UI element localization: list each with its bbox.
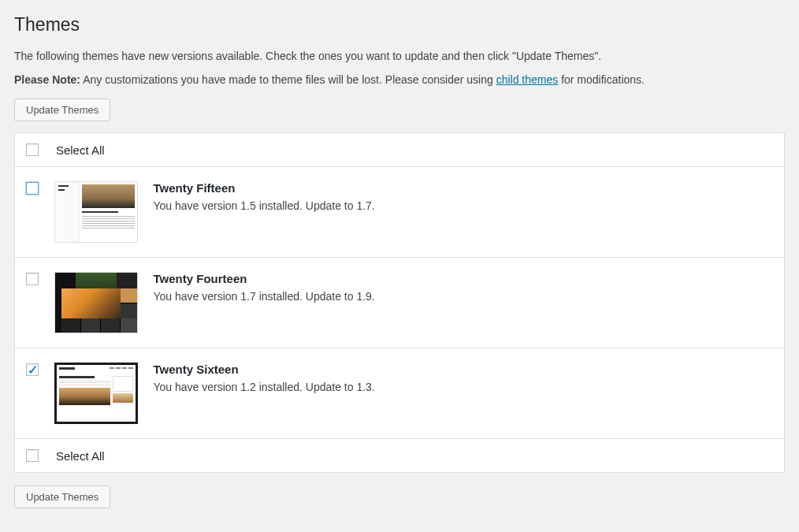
- themes-table: Select All: [14, 132, 785, 473]
- theme-thumbnail: [54, 272, 138, 333]
- note-before: Any customizations you have made to them…: [80, 73, 496, 86]
- theme-title: Twenty Sixteen: [154, 363, 774, 376]
- select-all-label: Select All: [56, 143, 105, 157]
- theme-title: Twenty Fourteen: [154, 272, 774, 285]
- theme-description: You have version 1.7 installed. Update t…: [154, 290, 774, 303]
- select-all-checkbox-bottom[interactable]: [26, 449, 39, 462]
- select-all-row-bottom: Select All: [15, 438, 785, 472]
- page-title: Themes: [14, 14, 785, 35]
- theme-description: You have version 1.5 installed. Update t…: [154, 199, 774, 212]
- note-text: Please Note: Any customizations you have…: [14, 73, 785, 86]
- theme-title: Twenty Fifteen: [154, 181, 774, 195]
- update-themes-button-top[interactable]: Update Themes: [14, 99, 110, 121]
- theme-thumbnail: [54, 363, 138, 424]
- theme-description: You have version 1.2 installed. Update t…: [154, 381, 774, 393]
- intro-text: The following themes have new versions a…: [14, 50, 785, 62]
- child-themes-link[interactable]: child themes: [496, 73, 559, 86]
- theme-checkbox[interactable]: [26, 182, 39, 195]
- theme-row: Twenty Fourteen You have version 1.7 ins…: [15, 257, 785, 348]
- note-strong: Please Note:: [14, 73, 80, 86]
- select-all-checkbox-top[interactable]: [26, 143, 39, 156]
- theme-checkbox[interactable]: [26, 273, 39, 285]
- theme-row: Twenty Fifteen You have version 1.5 inst…: [15, 166, 785, 257]
- select-all-row-top: Select All: [15, 133, 785, 167]
- update-themes-button-bottom[interactable]: Update Themes: [14, 485, 110, 508]
- theme-checkbox[interactable]: [26, 363, 39, 376]
- theme-row: Twenty Sixteen You have version 1.2 inst…: [15, 348, 785, 438]
- theme-thumbnail: [54, 181, 138, 243]
- select-all-label: Select All: [56, 449, 105, 463]
- note-after: for modifications.: [558, 73, 645, 86]
